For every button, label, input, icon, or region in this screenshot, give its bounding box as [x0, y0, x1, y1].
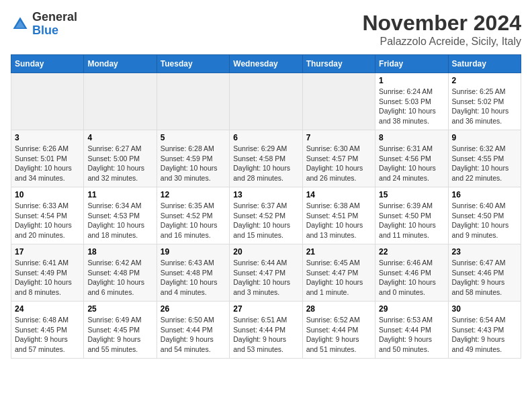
day-number: 25 — [87, 304, 152, 314]
day-number: 29 — [379, 304, 444, 314]
location-title: Palazzolo Acreide, Sicily, Italy — [362, 36, 521, 48]
calendar-cell: 29Sunrise: 6:53 AM Sunset: 4:44 PM Dayli… — [375, 302, 448, 359]
calendar-cell: 18Sunrise: 6:42 AM Sunset: 4:48 PM Dayli… — [84, 244, 157, 302]
day-number: 3 — [15, 133, 80, 142]
calendar-cell — [230, 73, 302, 130]
calendar-cell: 3Sunrise: 6:26 AM Sunset: 5:01 PM Daylig… — [11, 130, 84, 187]
day-number: 16 — [452, 190, 517, 199]
day-info: Sunrise: 6:54 AM Sunset: 4:43 PM Dayligh… — [452, 315, 517, 355]
day-number: 18 — [87, 247, 152, 257]
day-header-monday: Monday — [84, 55, 157, 73]
day-number: 24 — [15, 304, 80, 314]
day-info: Sunrise: 6:40 AM Sunset: 4:50 PM Dayligh… — [452, 201, 517, 240]
day-info: Sunrise: 6:52 AM Sunset: 4:44 PM Dayligh… — [306, 315, 371, 355]
calendar-cell: 11Sunrise: 6:34 AM Sunset: 4:53 PM Dayli… — [84, 187, 157, 244]
calendar-cell: 16Sunrise: 6:40 AM Sunset: 4:50 PM Dayli… — [448, 187, 521, 244]
calendar-cell: 4Sunrise: 6:27 AM Sunset: 5:00 PM Daylig… — [84, 130, 157, 187]
calendar-cell: 6Sunrise: 6:29 AM Sunset: 4:58 PM Daylig… — [230, 130, 302, 187]
day-number: 15 — [379, 190, 444, 199]
day-header-saturday: Saturday — [448, 55, 521, 73]
calendar-cell: 14Sunrise: 6:38 AM Sunset: 4:51 PM Dayli… — [302, 187, 375, 244]
calendar-cell: 28Sunrise: 6:52 AM Sunset: 4:44 PM Dayli… — [302, 302, 375, 359]
day-number: 9 — [452, 133, 517, 142]
calendar-cell: 19Sunrise: 6:43 AM Sunset: 4:48 PM Dayli… — [157, 244, 229, 302]
logo-icon — [11, 15, 30, 34]
calendar-cell: 24Sunrise: 6:48 AM Sunset: 4:45 PM Dayli… — [11, 302, 84, 359]
calendar-week-row: 1Sunrise: 6:24 AM Sunset: 5:03 PM Daylig… — [11, 73, 521, 130]
calendar-cell: 25Sunrise: 6:49 AM Sunset: 4:45 PM Dayli… — [84, 302, 157, 359]
day-info: Sunrise: 6:34 AM Sunset: 4:53 PM Dayligh… — [87, 201, 152, 240]
day-info: Sunrise: 6:35 AM Sunset: 4:52 PM Dayligh… — [161, 201, 226, 240]
calendar-cell: 7Sunrise: 6:30 AM Sunset: 4:57 PM Daylig… — [302, 130, 375, 187]
logo-general-text: General — [32, 11, 77, 24]
day-info: Sunrise: 6:45 AM Sunset: 4:47 PM Dayligh… — [306, 258, 371, 298]
day-number: 20 — [233, 247, 298, 257]
day-number: 19 — [161, 247, 226, 257]
month-title: November 2024 — [362, 11, 521, 36]
calendar-week-row: 3Sunrise: 6:26 AM Sunset: 5:01 PM Daylig… — [11, 130, 521, 187]
calendar-week-row: 17Sunrise: 6:41 AM Sunset: 4:49 PM Dayli… — [11, 244, 521, 302]
day-header-thursday: Thursday — [302, 55, 375, 73]
day-info: Sunrise: 6:27 AM Sunset: 5:00 PM Dayligh… — [87, 144, 152, 183]
calendar-cell — [11, 73, 84, 130]
day-info: Sunrise: 6:48 AM Sunset: 4:45 PM Dayligh… — [15, 315, 80, 355]
day-number: 6 — [233, 133, 298, 142]
day-info: Sunrise: 6:47 AM Sunset: 4:46 PM Dayligh… — [452, 258, 517, 298]
day-number: 8 — [379, 133, 444, 142]
day-number: 22 — [379, 247, 444, 257]
day-info: Sunrise: 6:28 AM Sunset: 4:59 PM Dayligh… — [161, 144, 226, 183]
day-info: Sunrise: 6:42 AM Sunset: 4:48 PM Dayligh… — [87, 258, 152, 298]
logo: General Blue — [11, 11, 77, 38]
title-area: November 2024 Palazzolo Acreide, Sicily,… — [362, 11, 521, 48]
calendar-cell: 23Sunrise: 6:47 AM Sunset: 4:46 PM Dayli… — [448, 244, 521, 302]
calendar-cell: 2Sunrise: 6:25 AM Sunset: 5:02 PM Daylig… — [448, 73, 521, 130]
day-number: 12 — [161, 190, 226, 199]
day-info: Sunrise: 6:25 AM Sunset: 5:02 PM Dayligh… — [452, 87, 517, 126]
day-info: Sunrise: 6:30 AM Sunset: 4:57 PM Dayligh… — [306, 144, 371, 183]
calendar-cell — [157, 73, 229, 130]
day-info: Sunrise: 6:31 AM Sunset: 4:56 PM Dayligh… — [379, 144, 444, 183]
calendar-cell: 9Sunrise: 6:32 AM Sunset: 4:55 PM Daylig… — [448, 130, 521, 187]
calendar-cell: 21Sunrise: 6:45 AM Sunset: 4:47 PM Dayli… — [302, 244, 375, 302]
calendar-week-row: 24Sunrise: 6:48 AM Sunset: 4:45 PM Dayli… — [11, 302, 521, 359]
day-info: Sunrise: 6:49 AM Sunset: 4:45 PM Dayligh… — [87, 315, 152, 355]
day-info: Sunrise: 6:37 AM Sunset: 4:52 PM Dayligh… — [233, 201, 298, 240]
calendar-cell: 10Sunrise: 6:33 AM Sunset: 4:54 PM Dayli… — [11, 187, 84, 244]
day-number: 14 — [306, 190, 371, 199]
calendar-cell: 5Sunrise: 6:28 AM Sunset: 4:59 PM Daylig… — [157, 130, 229, 187]
calendar-cell: 17Sunrise: 6:41 AM Sunset: 4:49 PM Dayli… — [11, 244, 84, 302]
calendar-cell: 15Sunrise: 6:39 AM Sunset: 4:50 PM Dayli… — [375, 187, 448, 244]
calendar-cell: 20Sunrise: 6:44 AM Sunset: 4:47 PM Dayli… — [230, 244, 302, 302]
calendar-week-row: 10Sunrise: 6:33 AM Sunset: 4:54 PM Dayli… — [11, 187, 521, 244]
day-number: 27 — [233, 304, 298, 314]
day-info: Sunrise: 6:50 AM Sunset: 4:44 PM Dayligh… — [161, 315, 226, 355]
day-number: 1 — [379, 76, 444, 85]
day-info: Sunrise: 6:46 AM Sunset: 4:46 PM Dayligh… — [379, 258, 444, 298]
day-number: 2 — [452, 76, 517, 85]
day-info: Sunrise: 6:53 AM Sunset: 4:44 PM Dayligh… — [379, 315, 444, 355]
calendar-cell: 12Sunrise: 6:35 AM Sunset: 4:52 PM Dayli… — [157, 187, 229, 244]
day-info: Sunrise: 6:51 AM Sunset: 4:44 PM Dayligh… — [233, 315, 298, 355]
day-header-wednesday: Wednesday — [230, 55, 302, 73]
day-info: Sunrise: 6:38 AM Sunset: 4:51 PM Dayligh… — [306, 201, 371, 240]
day-header-sunday: Sunday — [11, 55, 84, 73]
day-info: Sunrise: 6:32 AM Sunset: 4:55 PM Dayligh… — [452, 144, 517, 183]
day-header-friday: Friday — [375, 55, 448, 73]
day-number: 11 — [87, 190, 152, 199]
day-info: Sunrise: 6:41 AM Sunset: 4:49 PM Dayligh… — [15, 258, 80, 298]
calendar-cell: 27Sunrise: 6:51 AM Sunset: 4:44 PM Dayli… — [230, 302, 302, 359]
calendar-cell: 26Sunrise: 6:50 AM Sunset: 4:44 PM Dayli… — [157, 302, 229, 359]
day-info: Sunrise: 6:29 AM Sunset: 4:58 PM Dayligh… — [233, 144, 298, 183]
day-number: 30 — [452, 304, 517, 314]
calendar-cell — [84, 73, 157, 130]
calendar-table: SundayMondayTuesdayWednesdayThursdayFrid… — [11, 54, 521, 359]
day-info: Sunrise: 6:44 AM Sunset: 4:47 PM Dayligh… — [233, 258, 298, 298]
day-info: Sunrise: 6:43 AM Sunset: 4:48 PM Dayligh… — [161, 258, 226, 298]
page-header: General Blue November 2024 Palazzolo Acr… — [11, 11, 521, 48]
day-info: Sunrise: 6:26 AM Sunset: 5:01 PM Dayligh… — [15, 144, 80, 183]
day-number: 21 — [306, 247, 371, 257]
day-number: 23 — [452, 247, 517, 257]
calendar-cell: 1Sunrise: 6:24 AM Sunset: 5:03 PM Daylig… — [375, 73, 448, 130]
day-number: 4 — [87, 133, 152, 142]
day-number: 10 — [15, 190, 80, 199]
